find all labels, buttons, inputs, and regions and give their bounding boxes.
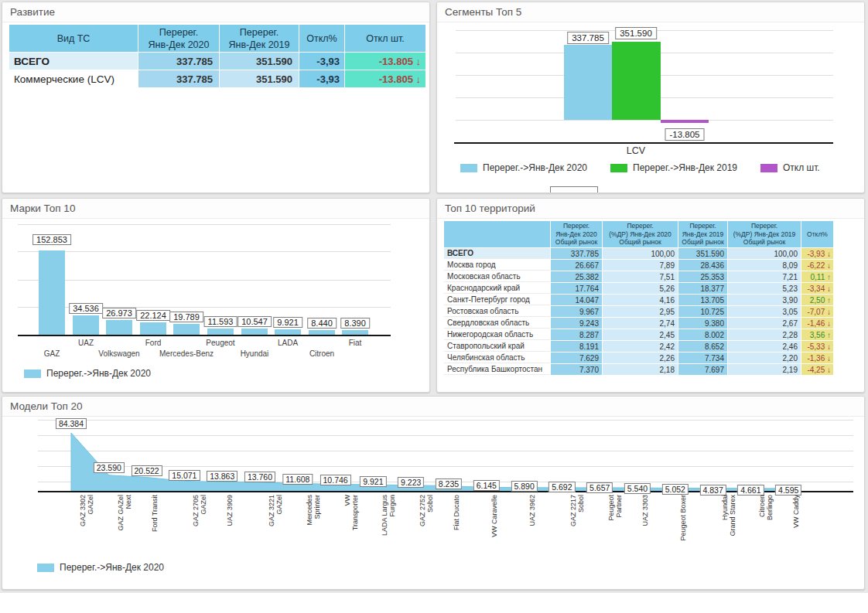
territorii-header-cell: Перерег. (%ДР) Янв-Дек 2019 Общий рынок xyxy=(728,221,801,247)
value-2019-cell: 10.725 xyxy=(678,306,727,317)
bar-perereg-2020[interactable] xyxy=(564,45,612,120)
value-label: 20.522 xyxy=(132,465,162,476)
x-axis-label-text: Hyundai Grand Starex xyxy=(721,495,736,587)
x-axis-label: Volkswagen xyxy=(98,349,139,358)
value-label: 11.593 xyxy=(204,316,238,327)
razvitie-row[interactable]: ВСЕГО337.785351.590-3,93-13.805 ↓ xyxy=(9,53,425,70)
legend-item[interactable]: Перерег.->Янв-Дек 2019 xyxy=(610,162,737,173)
gridline xyxy=(456,120,833,121)
otkl-sht-cell: -13.805 ↓ xyxy=(345,53,425,70)
x-axis-label-text: GAZ 3221 GAZel xyxy=(268,495,283,587)
bar-gaz[interactable] xyxy=(39,250,65,335)
legend-swatch-icon xyxy=(37,564,54,572)
territorii-row[interactable]: ВСЕГО337.785100,00351.590100,00-3,93 ↓ xyxy=(444,248,833,259)
territorii-row[interactable]: Санкт-Петербург город14.0474,1613.7053,9… xyxy=(444,295,833,305)
value-label: 15.071 xyxy=(169,470,200,481)
bar-otkl-sht[interactable] xyxy=(661,120,709,123)
otkl-cell: 3,56 ↑ xyxy=(801,329,833,340)
territorii-row[interactable]: Свердловская область9.2432,749.3802,67-1… xyxy=(444,318,833,329)
row-label-cell: Санкт-Петербург город xyxy=(444,295,550,305)
row-label-cell: Ставропольский край xyxy=(444,341,550,352)
value-label: 5.692 xyxy=(548,482,575,492)
pct-2019-cell: 100,00 xyxy=(728,248,801,259)
panel-body-marki: 152.853GAZ34.536UAZ26.973Volkswagen22.12… xyxy=(2,219,429,392)
down-arrow-icon: ↓ xyxy=(825,250,831,258)
up-arrow-icon: ↑ xyxy=(825,273,831,281)
legend-item[interactable]: Откл шт. xyxy=(760,162,820,173)
value-label: 9.921 xyxy=(273,317,302,328)
pct-2020-cell: 2,45 xyxy=(603,329,678,340)
up-arrow-icon: ↑ xyxy=(825,331,831,339)
razvitie-row[interactable]: Коммерческие (LCV)337.785351.590-3,93-13… xyxy=(9,70,425,87)
x-axis-label: GAZ xyxy=(44,349,60,358)
down-arrow-icon: ↓ xyxy=(413,73,421,85)
pct-2019-cell: 2,20 xyxy=(728,352,801,363)
pct-2020-cell: 2,26 xyxy=(603,352,678,363)
value-label: 4.837 xyxy=(699,485,726,496)
x-axis-label-text: Peugeot Partner xyxy=(607,495,623,587)
panel-title-territorii: Топ 10 территорий xyxy=(445,203,535,214)
panel-title-marki: Марки Топ 10 xyxy=(10,203,75,214)
territorii-row[interactable]: Москва город26.6677,8928.4368,09-6,22 ↓ xyxy=(444,260,833,271)
territorii-row[interactable]: Московская область25.3827,5125.3537,210,… xyxy=(444,271,833,282)
value-label: 8.440 xyxy=(307,318,337,329)
row-label-cell: Нижегородская область xyxy=(444,329,550,340)
gridline xyxy=(18,280,391,281)
otkl-sht-cell: -13.805 ↓ xyxy=(345,70,425,87)
down-arrow-icon: ↓ xyxy=(825,284,831,293)
row-label-cell: Коммерческие (LCV) xyxy=(9,70,138,87)
x-axis-label-text: Citroen Berlingo xyxy=(758,495,774,587)
legend-item[interactable]: Перерег.->Янв-Дек 2020 xyxy=(460,162,587,173)
panel-modeli: Модели Топ 20 84.384GAZ 3302 GAZel23.590… xyxy=(2,396,865,590)
territorii-row[interactable]: Республика Башкортостан7.3702,187.6972,1… xyxy=(444,364,833,375)
bar-hyundai[interactable] xyxy=(241,329,268,335)
dashboard: Развитие Вид ТСПеререг. Янв-Дек 2020Пере… xyxy=(0,0,868,593)
area-series-2020[interactable] xyxy=(71,433,788,492)
razvitie-header-cell: Перерег. Янв-Дек 2020 xyxy=(138,25,219,52)
legend-label: Перерег.->Янв-Дек 2020 xyxy=(483,162,587,173)
territorii-header-cell: Откл% xyxy=(801,221,833,247)
bar-uaz[interactable] xyxy=(73,315,99,335)
territorii-row[interactable]: Челябинская область7.6292,267.7342,20-1,… xyxy=(444,352,833,363)
razvitie-header-cell: Откл шт. xyxy=(345,25,425,52)
x-axis-label-text: GAZ 2217 Sobol xyxy=(569,495,585,587)
panel-territorii: Топ 10 территорий Перерег. Янв-Дек 2020 … xyxy=(436,198,865,393)
value-label: 5.657 xyxy=(586,482,613,493)
panel-marki: Марки Топ 10 152.853GAZ34.536UAZ26.973Vo… xyxy=(2,198,430,393)
x-axis-label-text: Ford Transit xyxy=(151,495,159,587)
value-label: 13.863 xyxy=(207,471,238,482)
legend-label: Перерег.->Янв-Дек 2020 xyxy=(60,562,164,573)
legend-item[interactable]: Перерег.->Янв-Дек 2020 xyxy=(24,368,151,379)
bar-perereg-2019[interactable] xyxy=(612,42,661,120)
legend-item[interactable]: Перерег.->Янв-Дек 2020 xyxy=(37,562,164,573)
bar-peugeot[interactable] xyxy=(207,329,234,335)
x-axis-label: Hyundai xyxy=(241,349,269,358)
pct-2019-cell: 2,19 xyxy=(728,364,801,375)
value-label: 22.124 xyxy=(136,310,170,321)
bar-mercedes-benz[interactable] xyxy=(173,324,200,335)
territorii-row[interactable]: Краснодарский край17.7645,2618.3775,23-3… xyxy=(444,283,833,294)
territorii-row[interactable]: Ростовская область9.9672,9510.7253,05-7,… xyxy=(444,306,833,317)
bar-ford[interactable] xyxy=(140,322,166,335)
x-axis-label-text: GAZ GAZel Next xyxy=(117,495,132,587)
bar-volkswagen[interactable] xyxy=(106,320,132,335)
territorii-header-cell: Перерег. (%ДР) Янв-Дек 2020 Общий рынок xyxy=(603,221,678,247)
x-axis-line xyxy=(38,491,853,492)
value-2020-cell: 7.370 xyxy=(551,364,602,375)
x-axis-label-text: Mercedes Sprinter xyxy=(306,495,321,587)
value-2020-cell: 9.243 xyxy=(551,318,602,329)
pct-2019-cell: 8,09 xyxy=(728,260,801,271)
territorii-row[interactable]: Ставропольский край8.1912,428.6522,46-5,… xyxy=(444,341,833,352)
row-label-cell: ВСЕГО xyxy=(9,53,138,70)
value-label: 8.390 xyxy=(340,318,370,329)
bar-lada[interactable] xyxy=(275,329,301,335)
legend-label: Перерег.->Янв-Дек 2020 xyxy=(46,368,151,379)
territorii-row[interactable]: Нижегородская область8.2872,458.0022,283… xyxy=(444,329,833,340)
otkl-pct-cell: -3,93 xyxy=(299,70,344,87)
panel-body-segmenty: 337.785351.590-13.805LCVПеререг.->Янв-Де… xyxy=(437,22,864,192)
x-axis-label: Fiat xyxy=(349,339,362,347)
territorii-header-row: Перерег. Янв-Дек 2020 Общий рынокПеререг… xyxy=(444,221,833,247)
razvitie-header-cell: Откл% xyxy=(299,25,344,52)
value-label: 19.789 xyxy=(169,312,203,322)
down-arrow-icon: ↓ xyxy=(825,354,831,363)
